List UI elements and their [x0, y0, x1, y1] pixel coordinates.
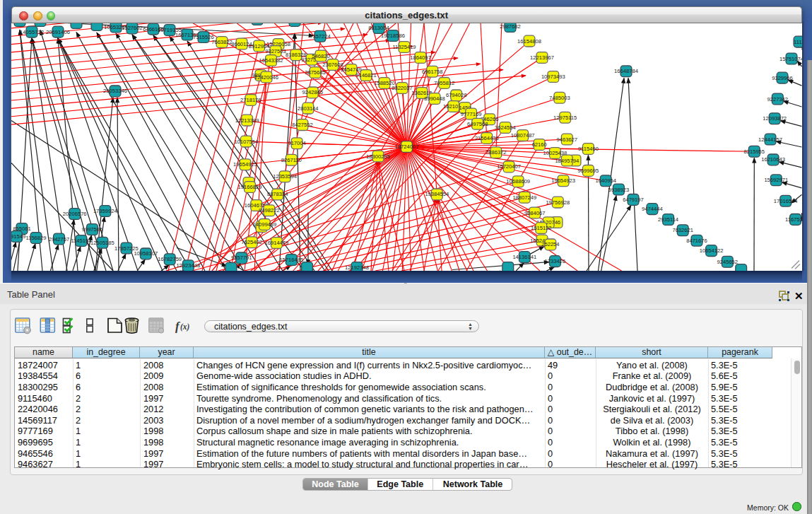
svg-text:6497568: 6497568: [467, 120, 488, 127]
svg-text:8471676: 8471676: [686, 237, 707, 243]
svg-text:17359924: 17359924: [93, 208, 117, 214]
svg-text:62160: 62160: [532, 141, 547, 148]
svg-text:6794028: 6794028: [446, 92, 467, 98]
svg-text:15720407: 15720407: [497, 163, 521, 170]
svg-text:29053346: 29053346: [103, 88, 127, 94]
svg-text:9857791: 9857791: [231, 255, 252, 261]
svg-text:8267110: 8267110: [281, 156, 302, 163]
svg-text:8215955: 8215955: [744, 148, 765, 154]
svg-text:1112: 1112: [794, 38, 801, 45]
svg-text:1733426: 1733426: [545, 258, 566, 264]
svg-text:2935114: 2935114: [658, 216, 678, 223]
svg-text:22420046: 22420046: [254, 74, 278, 80]
svg-text:1615132: 1615132: [531, 225, 552, 231]
svg-text:8990448: 8990448: [424, 95, 445, 102]
svg-text:20206576: 20206576: [63, 211, 87, 217]
svg-text:19756928: 19756928: [546, 199, 570, 205]
svg-text:11325419: 11325419: [392, 44, 416, 50]
svg-text:917004: 917004: [288, 140, 305, 146]
svg-text:9474444: 9474444: [642, 206, 663, 212]
svg-text:12923448: 12923448: [176, 262, 200, 269]
svg-text:8322037: 8322037: [392, 85, 413, 91]
svg-text:2803144: 2803144: [298, 105, 319, 111]
svg-text:9084067: 9084067: [524, 209, 546, 216]
svg-text:7955812: 7955812: [434, 79, 455, 86]
svg-text:10958107: 10958107: [134, 250, 158, 257]
svg-text:16782759: 16782759: [158, 256, 182, 262]
svg-text:8498222: 8498222: [259, 207, 280, 214]
svg-text:2718176: 2718176: [240, 96, 261, 103]
svg-text:9115460: 9115460: [578, 146, 599, 152]
svg-text:6961758: 6961758: [422, 68, 443, 74]
svg-text:9146821: 9146821: [355, 72, 377, 78]
svg-text:18724007: 18724007: [395, 144, 419, 150]
svg-text:12213967: 12213967: [530, 54, 554, 61]
svg-text:6479197: 6479197: [623, 196, 644, 202]
svg-text:7663822: 7663822: [211, 39, 233, 45]
svg-text:2987682: 2987682: [500, 23, 521, 30]
svg-text:7485003: 7485003: [549, 94, 570, 100]
svg-text:16033809: 16033809: [283, 23, 307, 24]
svg-text:3875685: 3875685: [305, 69, 326, 76]
svg-text:1145194: 1145194: [71, 238, 91, 244]
svg-text:7357224: 7357224: [310, 33, 331, 39]
svg-text:20691406: 20691406: [46, 28, 70, 35]
svg-text:9699695: 9699695: [578, 167, 599, 173]
svg-text:19654923: 19654923: [551, 177, 575, 184]
svg-text:12213389: 12213389: [235, 117, 259, 123]
svg-text:3624554: 3624554: [495, 124, 516, 131]
svg-text:16210643: 16210643: [761, 156, 785, 163]
svg-text:16648784: 16648784: [614, 68, 638, 74]
svg-text:1527602: 1527602: [122, 25, 143, 31]
svg-text:18807249: 18807249: [512, 194, 536, 200]
svg-text:7625402: 7625402: [241, 239, 262, 245]
svg-text:8813054: 8813054: [368, 25, 389, 31]
svg-text:9245652: 9245652: [717, 258, 739, 264]
svg-text:5938923: 5938923: [608, 186, 630, 192]
svg-text:391549: 391549: [11, 233, 25, 240]
svg-text:14099489: 14099489: [253, 221, 277, 227]
svg-text:7886372: 7886372: [486, 149, 507, 156]
svg-text:546820: 546820: [312, 52, 329, 59]
svg-text:17016504: 17016504: [774, 197, 798, 204]
svg-text:18300295: 18300295: [366, 153, 390, 159]
svg-text:12975115: 12975115: [553, 114, 577, 120]
svg-text:12192348: 12192348: [345, 264, 369, 271]
svg-text:19384554: 19384554: [425, 191, 449, 197]
svg-text:1640954: 1640954: [595, 177, 616, 184]
svg-text:9242845: 9242845: [302, 89, 324, 95]
svg-text:10973493: 10973493: [541, 74, 565, 80]
svg-text:12093872: 12093872: [763, 115, 787, 122]
svg-text:21564436: 21564436: [475, 134, 499, 141]
svg-text:16914479: 16914479: [265, 240, 289, 246]
svg-text:19218586: 19218586: [381, 33, 405, 39]
svg-text:12353594: 12353594: [273, 173, 297, 180]
svg-text:19166829: 19166829: [238, 184, 262, 190]
svg-text:10654122: 10654122: [700, 247, 724, 254]
svg-text:1864097: 1864097: [410, 54, 431, 61]
svg-text:18495794: 18495794: [555, 157, 579, 163]
svg-text:8427552: 8427552: [292, 122, 313, 128]
svg-text:19654925: 19654925: [233, 161, 257, 168]
svg-text:15716485: 15716485: [279, 257, 303, 263]
svg-text:(x): (x): [180, 322, 190, 332]
svg-text:14055712: 14055712: [20, 28, 44, 35]
svg-text:1167537: 1167537: [785, 216, 802, 222]
svg-text:16154808: 16154808: [517, 37, 541, 44]
svg-text:12444157: 12444157: [758, 136, 782, 142]
svg-text:10807487: 10807487: [511, 132, 535, 139]
svg-text:15692971: 15692971: [764, 177, 788, 183]
svg-text:7632621: 7632621: [672, 227, 693, 233]
svg-text:9227342: 9227342: [767, 95, 789, 102]
svg-text:252254: 252254: [541, 241, 559, 247]
svg-text:10688609: 10688609: [506, 178, 530, 185]
svg-text:12505185: 12505185: [90, 239, 114, 245]
svg-text:8878334: 8878334: [267, 191, 288, 197]
svg-text:14136141: 14136141: [512, 254, 536, 260]
svg-text:2942757: 2942757: [49, 235, 70, 242]
svg-text:9777169: 9777169: [461, 110, 482, 117]
svg-text:16543382: 16543382: [259, 57, 283, 64]
svg-text:9463627: 9463627: [557, 136, 578, 142]
svg-text:9327503: 9327503: [265, 48, 286, 54]
svg-text:9329966: 9329966: [772, 74, 793, 81]
